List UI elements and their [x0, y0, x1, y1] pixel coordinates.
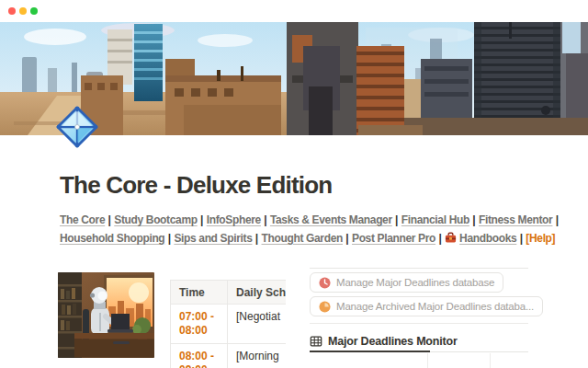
schedule-column-time[interactable]: Time [171, 281, 228, 305]
page-title: The Core - Deluxe Edition [60, 171, 528, 200]
nav-link-household-shopping[interactable]: Household Shopping [60, 232, 164, 245]
nav-link-the-core[interactable]: The Core [60, 213, 105, 226]
tab-label: Major Deadlines Monitor [328, 335, 458, 348]
schedule-time-cell[interactable]: 08:00 - 09:00 [171, 344, 228, 368]
nav-separator: | [516, 232, 526, 245]
manage-major-deadlines-button[interactable]: Manage Major Deadlines database [310, 272, 503, 293]
nav-link-infosphere[interactable]: InfoSphere [207, 213, 261, 226]
robot-at-desk-image [58, 272, 154, 358]
schedule-activity-cell[interactable]: [Morning [228, 344, 287, 368]
nav-separator: | [392, 213, 401, 226]
nav-line-2: Household Shopping | Sips and Spirits | … [60, 229, 533, 249]
nav-link-help[interactable]: [Help] [526, 232, 555, 245]
schedule-row-1: 07:00 - 08:00 [Negotiat [171, 305, 287, 344]
section-divider [310, 323, 528, 324]
schedule-row-2: 08:00 - 09:00 [Morning [171, 344, 287, 368]
nav-links: The Core | Study Bootcamp | InfoSphere |… [60, 211, 533, 249]
deadlines-table-column-border [427, 353, 428, 368]
clipped-button-bottom-border [310, 268, 528, 269]
active-tab-indicator [310, 351, 430, 352]
nav-separator: | [105, 213, 114, 226]
zoom-window-button[interactable] [30, 7, 38, 15]
nav-separator: | [435, 232, 445, 245]
nav-link-thought-garden[interactable]: Thought Garden [262, 232, 343, 245]
nav-separator: | [552, 213, 559, 226]
manage-archived-deadlines-button[interactable]: Manage Archived Major Deadlines databa..… [310, 296, 543, 316]
nav-link-handbooks[interactable]: Handbooks [459, 232, 516, 245]
daily-schedule-table: Time Daily Sch 07:00 - 08:00 [Negotiat 0… [170, 280, 286, 368]
nav-link-study-bootcamp[interactable]: Study Bootcamp [114, 213, 197, 226]
schedule-column-daily[interactable]: Daily Sch [228, 281, 287, 305]
schedule-time-cell[interactable]: 07:00 - 08:00 [171, 305, 228, 344]
nav-link-fitness-mentor[interactable]: Fitness Mentor [479, 213, 552, 226]
nav-link-financial-hub[interactable]: Financial Hub [401, 213, 469, 226]
close-window-button[interactable] [8, 7, 16, 15]
nav-link-sips-and-spirits[interactable]: Sips and Spirits [174, 232, 252, 245]
table-icon [310, 335, 322, 348]
minimize-window-button[interactable] [19, 7, 27, 15]
blue-diamond-gem-icon [56, 106, 98, 148]
tab-major-deadlines-monitor[interactable]: Major Deadlines Monitor [310, 332, 458, 351]
nav-separator: | [469, 213, 479, 226]
nav-separator: | [198, 213, 207, 226]
manage-archived-deadlines-label: Manage Archived Major Deadlines databa..… [336, 301, 534, 312]
robot-image-art [58, 272, 154, 358]
traffic-lights [8, 7, 38, 15]
nav-link-post-planner-pro[interactable]: Post Planner Pro [352, 232, 435, 245]
clock-icon-red [319, 277, 331, 289]
nav-separator: | [261, 213, 270, 226]
clock-icon-orange [319, 301, 331, 313]
nav-separator: | [164, 232, 174, 245]
schedule-header-row: Time Daily Sch [171, 281, 287, 305]
deadlines-table-column-border [490, 353, 491, 368]
nav-separator: | [252, 232, 261, 245]
nav-link-tasks-events-manager[interactable]: Tasks & Events Manager [270, 213, 392, 226]
deadlines-section: Manage Major Deadlines database Manage A… [310, 268, 528, 368]
nav-line-1: The Core | Study Bootcamp | InfoSphere |… [60, 211, 533, 229]
nav-separator: | [343, 232, 352, 245]
page-icon-gem[interactable] [56, 106, 98, 148]
window-titlebar [0, 0, 588, 22]
manage-major-deadlines-label: Manage Major Deadlines database [336, 277, 494, 288]
schedule-activity-cell[interactable]: [Negotiat [228, 305, 287, 344]
toolbox-icon [445, 231, 457, 249]
